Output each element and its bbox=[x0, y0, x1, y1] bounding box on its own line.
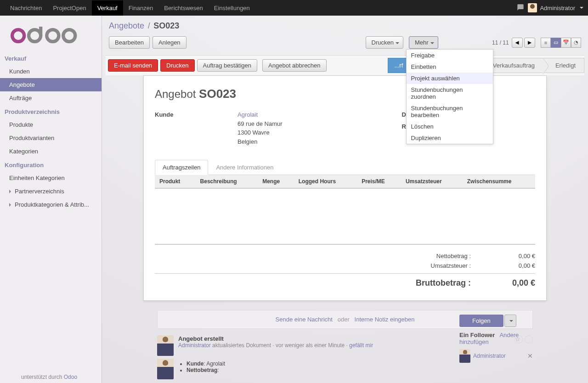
author-avatar-icon bbox=[157, 335, 174, 356]
follower-count: Ein Follower bbox=[459, 332, 495, 338]
tax-value: 0,00 € bbox=[489, 262, 535, 269]
caret-icon bbox=[9, 203, 11, 207]
svg-point-3 bbox=[63, 30, 75, 42]
dropdown-item-stundenbuchungen-zuordnen[interactable]: Stundenbuchungen zuordnen bbox=[407, 84, 493, 102]
edit-button[interactable]: Bearbeiten bbox=[109, 36, 150, 49]
view-form-button[interactable]: ▭ bbox=[551, 38, 561, 48]
caret-down-icon bbox=[430, 42, 434, 44]
create-button[interactable]: Anlegen bbox=[153, 36, 187, 49]
net-label: Nettobetrag : bbox=[397, 253, 471, 259]
breadcrumb-root[interactable]: Angebote bbox=[109, 21, 144, 30]
sidebar-item-produktvarianten[interactable]: Produktvarianten bbox=[0, 131, 102, 145]
follow-button[interactable]: Folgen bbox=[459, 315, 503, 327]
sidebar-item-einheiten-kategorien[interactable]: Einheiten Kategorien bbox=[0, 171, 102, 185]
svg-point-2 bbox=[47, 30, 59, 42]
sidebar-item-angebote[interactable]: Angebote bbox=[0, 78, 102, 91]
section-produktverzeichnis[interactable]: Produktverzeichnis bbox=[0, 105, 102, 118]
dropdown-item-projekt-auswaehlen[interactable]: Projekt auswählen bbox=[407, 73, 493, 84]
more-dropdown-button[interactable]: Mehr bbox=[409, 36, 438, 49]
menu-finanzen[interactable]: Finanzen bbox=[123, 0, 158, 16]
statusbar: E-mail senden Drucken Auftrag bestätigen… bbox=[106, 55, 584, 75]
author-avatar-icon bbox=[157, 359, 174, 379]
view-list-button[interactable]: ≡ bbox=[541, 38, 551, 48]
menu-verkauf[interactable]: Verkauf bbox=[92, 0, 123, 16]
print-button[interactable]: Drucken bbox=[160, 59, 194, 72]
col-menge[interactable]: Menge bbox=[258, 175, 294, 188]
sidebar-item-produkte[interactable]: Produkte bbox=[0, 118, 102, 131]
col-produkt[interactable]: Produkt bbox=[155, 175, 196, 188]
dropdown-item-einbetten[interactable]: Einbetten bbox=[407, 61, 493, 73]
caret-icon bbox=[9, 190, 11, 193]
follow-dropdown-button[interactable] bbox=[504, 315, 516, 327]
col-preis[interactable]: Preis/ME bbox=[357, 175, 401, 188]
follower-avatar-icon bbox=[459, 349, 470, 363]
view-graph-button[interactable]: ◔ bbox=[571, 38, 581, 48]
dropdown-item-freigabe[interactable]: Freigabe bbox=[407, 50, 493, 61]
svg-point-0 bbox=[12, 30, 24, 42]
dropdown-item-stundenbuchungen-bearbeiten[interactable]: Stundenbuchungen bearbeiten bbox=[407, 102, 493, 121]
sidebar-item-kunden[interactable]: Kunden bbox=[0, 65, 102, 78]
sidebar-item-kategorien[interactable]: Kategorien bbox=[0, 145, 102, 158]
section-verkauf[interactable]: Verkauf bbox=[0, 51, 102, 65]
cancel-quote-button[interactable]: Angebot abbrechen bbox=[262, 59, 326, 72]
send-message-link[interactable]: Sende eine Nachricht bbox=[276, 316, 333, 323]
powered-by: unterstützt durch Odoo bbox=[21, 374, 77, 380]
breadcrumb: Angebote / SO023 bbox=[102, 16, 588, 34]
content: Angebote / SO023 Bearbeiten Anlegen Druc… bbox=[102, 16, 588, 383]
print-dropdown-button[interactable]: Drucken bbox=[366, 36, 403, 49]
tab-andere-info[interactable]: Andere Informationen bbox=[208, 160, 281, 175]
breadcrumb-current: SO023 bbox=[153, 21, 179, 30]
like-link[interactable]: gefällt mir bbox=[349, 342, 373, 349]
col-umsatzsteuer[interactable]: Umsatzsteuer bbox=[401, 175, 463, 188]
log-note-link[interactable]: Interne Notiz eingeben bbox=[355, 316, 415, 323]
sidebar-item-partnerverzeichnis[interactable]: Partnerverzeichnis bbox=[0, 185, 102, 198]
tabs: Auftragszeilen Andere Informationen bbox=[155, 160, 535, 175]
menu-einstellungen[interactable]: Einstellungen bbox=[209, 0, 255, 16]
odoo-link[interactable]: Odoo bbox=[64, 374, 77, 380]
col-beschreibung[interactable]: Beschreibung bbox=[196, 175, 258, 188]
view-switcher: ≡ ▭ 📅 ◔ bbox=[541, 38, 581, 48]
col-logged-hours[interactable]: Logged Hours bbox=[294, 175, 357, 188]
dropdown-item-loeschen[interactable]: Löschen bbox=[407, 121, 493, 132]
sidebar: Verkauf Kunden Angebote Aufträge Produkt… bbox=[0, 16, 102, 383]
customer-country: Belgien bbox=[237, 138, 257, 145]
dropdown-item-duplizieren[interactable]: Duplizieren bbox=[407, 132, 493, 144]
chat-icon[interactable] bbox=[517, 4, 524, 12]
view-calendar-button[interactable]: 📅 bbox=[561, 38, 571, 48]
confirm-order-button[interactable]: Auftrag bestätigen bbox=[197, 59, 258, 72]
topbar: Nachrichten ProjectOpen Verkauf Finanzen… bbox=[0, 0, 588, 16]
col-zwischensumme[interactable]: Zwischensumme bbox=[463, 175, 535, 188]
user-avatar-icon bbox=[528, 3, 537, 12]
sidebar-item-produktkategorien-attrib[interactable]: Produktkategorien & Attrib... bbox=[0, 198, 102, 211]
gross-label: Bruttobetrag : bbox=[397, 278, 471, 288]
chatter: Sende eine Nachricht oder Interne Notiz … bbox=[143, 310, 547, 383]
logo bbox=[0, 16, 102, 51]
msg-author-link[interactable]: Administrator bbox=[178, 342, 211, 349]
customer-street: 69 rue de Namur bbox=[237, 120, 283, 127]
pager: 11 / 11 ◄ ► ≡ ▭ 📅 ◔ bbox=[492, 38, 581, 48]
customer-city: 1300 Wavre bbox=[237, 129, 270, 136]
customer-label: Kunde bbox=[155, 110, 182, 119]
totals: Nettobetrag :0,00 € Umsatzsteuer :0,00 €… bbox=[155, 244, 535, 289]
toolbar: Bearbeiten Anlegen Drucken Mehr Freigabe… bbox=[102, 34, 588, 55]
customer-link[interactable]: Agrolait bbox=[237, 111, 258, 118]
tab-auftragszeilen[interactable]: Auftragszeilen bbox=[155, 160, 208, 175]
section-konfiguration[interactable]: Konfiguration bbox=[0, 158, 102, 171]
pager-count: 11 / 11 bbox=[492, 39, 509, 46]
send-email-button[interactable]: E-mail senden bbox=[108, 59, 158, 72]
pager-prev-button[interactable]: ◄ bbox=[512, 38, 523, 48]
lines-table: Produkt Beschreibung Menge Logged Hours … bbox=[155, 175, 535, 189]
menu-nachrichten[interactable]: Nachrichten bbox=[5, 0, 47, 16]
reply-icon[interactable] bbox=[525, 335, 533, 344]
more-dropdown-menu: Freigabe Einbetten Projekt auswählen Stu… bbox=[406, 49, 493, 144]
tax-label: Umsatzsteuer : bbox=[397, 262, 471, 269]
star-icon[interactable]: ☆ bbox=[514, 335, 523, 344]
menu-projectopen[interactable]: ProjectOpen bbox=[47, 0, 91, 16]
pager-next-button[interactable]: ► bbox=[524, 38, 535, 48]
stage-erledigt[interactable]: Erledigt bbox=[543, 58, 584, 73]
user-menu[interactable]: Administrator bbox=[528, 3, 583, 12]
changelog-item: Nettobetrag: bbox=[187, 367, 533, 373]
gross-value: 0,00 € bbox=[489, 278, 535, 288]
sidebar-item-auftraege[interactable]: Aufträge bbox=[0, 91, 102, 105]
menu-berichtswesen[interactable]: Berichtswesen bbox=[158, 0, 209, 16]
